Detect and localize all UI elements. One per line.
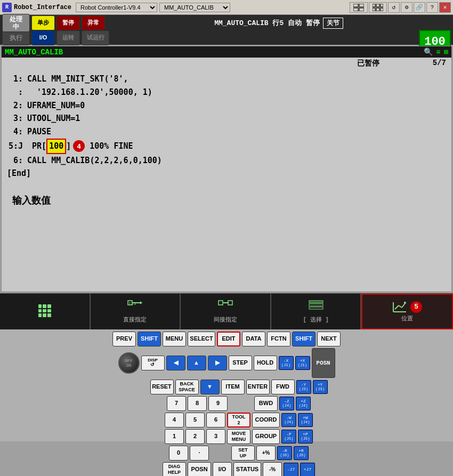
fwd-btn[interactable]: FWD xyxy=(271,380,295,394)
run-btn[interactable]: 运转 xyxy=(56,30,80,45)
setup-btn[interactable]: SETUP xyxy=(231,446,255,461)
menu-icon[interactable]: ≡ xyxy=(436,48,440,57)
svg-rect-3 xyxy=(359,8,364,11)
reset-btn[interactable]: RESET xyxy=(150,380,174,394)
jog-y-plus[interactable]: +Y(J3) xyxy=(313,380,328,394)
fctn-btn[interactable]: FCTN xyxy=(267,332,290,346)
num2-btn[interactable]: 2 xyxy=(185,429,205,444)
item-btn[interactable]: ITEM xyxy=(221,380,245,394)
processing-btn[interactable]: 处理中 xyxy=(2,14,30,33)
num3-btn[interactable]: 3 xyxy=(206,429,225,444)
exec-btn[interactable]: 执行 xyxy=(2,30,30,45)
zoom-icon[interactable]: 🔍 xyxy=(424,47,433,57)
arrow-left-btn[interactable]: ◀ xyxy=(166,356,185,370)
jog-z-plus[interactable]: +Z(J4) xyxy=(296,397,311,410)
enter-btn[interactable]: ENTER xyxy=(246,380,270,394)
jog-w-plus[interactable]: +W(J4) xyxy=(298,413,313,427)
posn-btn[interactable]: POSN xyxy=(312,348,335,378)
refresh-btn[interactable]: ↺ xyxy=(388,2,400,13)
svg-rect-2 xyxy=(353,8,358,11)
pause-btn[interactable]: 暂停 xyxy=(56,15,80,30)
num8-btn[interactable]: 8 xyxy=(188,396,207,411)
select-btn[interactable]: SELECT xyxy=(188,332,215,346)
jog-r-minus[interactable]: -R(J6) xyxy=(277,446,292,460)
diag-help-btn[interactable]: DIAGHELP xyxy=(163,462,186,476)
step-btn[interactable]: STEP xyxy=(229,356,252,370)
next-btn[interactable]: NEXT xyxy=(317,332,341,346)
program-dropdown[interactable]: MM_AUTO_CALIB xyxy=(159,3,230,12)
jog-z-minus[interactable]: -Z(J4) xyxy=(279,397,294,410)
group-btn[interactable]: GROUP xyxy=(252,429,280,444)
svg-rect-6 xyxy=(381,4,383,7)
kb-row-6: 0 · SETUP +% -R(J6) +R(J6) xyxy=(35,446,442,461)
data-btn[interactable]: DATA xyxy=(242,332,265,346)
num1-btn[interactable]: 1 xyxy=(165,429,184,444)
arrow-right-btn[interactable]: ▶ xyxy=(208,356,227,370)
code-area: 1: CALL MM_INIT_SKT('8', : '192.168.1.20… xyxy=(2,69,451,183)
code-line-4: 4: PAUSE xyxy=(7,125,446,139)
link-btn[interactable]: 🔗 xyxy=(414,2,425,13)
shift-right-btn[interactable]: SHIFT xyxy=(292,332,316,346)
jog-j7-minus[interactable]: -J7 xyxy=(284,463,298,476)
toolbar-indirect[interactable]: 间接指定 xyxy=(181,294,271,329)
grid3-btn[interactable] xyxy=(369,2,387,13)
controller-dropdown[interactable]: Robot Controller1-V9.4 xyxy=(76,3,157,12)
coord-btn[interactable]: COORD xyxy=(252,413,280,427)
badge-5: 5 xyxy=(410,301,422,313)
toolbar-direct-label: 直接指定 xyxy=(123,316,147,324)
num7-btn[interactable]: 7 xyxy=(167,396,186,411)
test-run-btn[interactable]: 试运行 xyxy=(82,30,109,45)
shift-left-btn[interactable]: SHIFT xyxy=(137,332,161,346)
num0-btn[interactable]: 0 xyxy=(169,446,188,461)
svg-marker-13 xyxy=(140,301,142,304)
toolbar-position-label: 位置 xyxy=(401,314,413,322)
arrow-down-btn[interactable]: ▼ xyxy=(200,380,220,394)
jog-p-plus[interactable]: +P(J5) xyxy=(298,430,313,443)
jog-w-minus[interactable]: -W(J4) xyxy=(281,413,296,427)
prev-btn[interactable]: PREV xyxy=(112,332,136,346)
disp-btn[interactable]: DISP↺ xyxy=(141,356,165,370)
jog-x-plus[interactable]: +X(J1) xyxy=(295,356,310,370)
jog-p-minus[interactable]: -P(J5) xyxy=(281,430,296,443)
dot-btn[interactable]: · xyxy=(190,446,209,461)
kb-row-0: PREV SHIFT MENU SELECT EDIT DATA FCTN SH… xyxy=(11,332,442,346)
toolbar-select[interactable]: [ 选择 ] xyxy=(271,294,361,329)
jog-r-plus[interactable]: +R(J6) xyxy=(294,446,309,460)
jog-j7-plus[interactable]: +J7 xyxy=(300,463,315,476)
posn-btn2[interactable]: POSN xyxy=(188,462,211,476)
status-row2: 执行 I/O 运转 试运行 xyxy=(0,31,453,45)
edit-btn[interactable]: EDIT xyxy=(217,332,240,346)
code-line-2: 2: UFRAME_NUM=0 xyxy=(7,99,446,112)
toolbar-position[interactable]: P 5 位置 xyxy=(361,294,453,329)
help-btn[interactable]: ? xyxy=(426,2,438,13)
arrow-up-btn[interactable]: ▲ xyxy=(187,356,206,370)
jog-x-minus[interactable]: -X(J1) xyxy=(279,356,294,370)
num5-btn[interactable]: 5 xyxy=(185,413,205,427)
tool-btn[interactable]: ⚙ xyxy=(401,2,412,13)
toolbar-grid[interactable] xyxy=(0,294,90,329)
error-btn[interactable]: 异常 xyxy=(82,15,105,30)
backspace-btn[interactable]: BACKSPACE xyxy=(175,380,199,394)
layout-icon[interactable]: ⊞ xyxy=(444,47,448,57)
power-knob[interactable]: OFF ON xyxy=(118,352,140,374)
grid2-btn[interactable] xyxy=(350,2,368,13)
io-btn2[interactable]: I/O xyxy=(213,462,232,476)
jog-y-minus[interactable]: -Y(J3) xyxy=(296,380,311,394)
num4-btn[interactable]: 4 xyxy=(165,413,184,427)
title-bar-center: Robot Controller1-V9.4 MM_AUTO_CALIB xyxy=(76,3,350,12)
status-btn[interactable]: STATUS xyxy=(233,462,261,476)
bwd-btn[interactable]: BWD xyxy=(254,396,278,411)
menu-btn[interactable]: MENU xyxy=(163,332,186,346)
close-btn[interactable]: ✕ xyxy=(439,2,451,13)
single-step-btn[interactable]: 单步 xyxy=(31,15,55,30)
num6-btn[interactable]: 6 xyxy=(206,413,225,427)
percent-minus-btn[interactable]: -% xyxy=(263,462,282,476)
move-menu-btn[interactable]: MOVEMENU xyxy=(227,429,250,444)
hold-btn[interactable]: HOLD xyxy=(254,356,277,370)
percent-plus-btn[interactable]: +% xyxy=(256,446,276,461)
num9-btn[interactable]: 9 xyxy=(208,396,228,411)
io-btn[interactable]: I/O xyxy=(31,30,55,45)
kb-row-3: 7 8 9 BWD -Z(J4) +Z(J4) xyxy=(35,396,442,411)
toolbar-direct[interactable]: 123 直接指定 xyxy=(91,294,181,329)
tool2-btn[interactable]: TOOL2 xyxy=(227,413,250,427)
